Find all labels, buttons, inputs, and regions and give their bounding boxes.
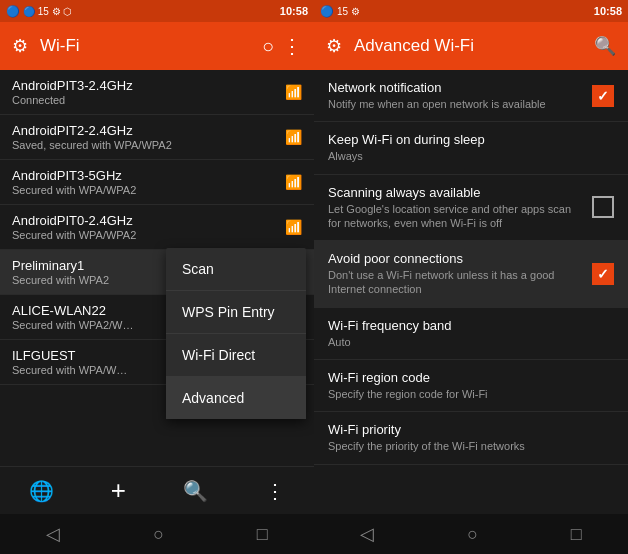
context-menu-item[interactable]: Advanced	[166, 377, 306, 419]
settings-item-title: Wi-Fi priority	[328, 422, 614, 437]
search-networks-button[interactable]: 🔍	[183, 479, 208, 503]
more-options-button[interactable]: ⋮	[265, 479, 285, 503]
settings-item-desc: Don't use a Wi-Fi network unless it has …	[328, 268, 582, 297]
settings-list: Network notification Notify me when an o…	[314, 70, 628, 514]
settings-item[interactable]: Network notification Notify me when an o…	[314, 70, 628, 122]
wifi-toggle-icon[interactable]: ○	[262, 35, 274, 58]
gear-icon: ⚙	[12, 35, 28, 57]
wifi-item-text: AndroidPIT3-5GHz Secured with WPA/WPA2	[12, 168, 277, 196]
settings-item-title: Wi-Fi region code	[328, 370, 614, 385]
home-button[interactable]: ○	[153, 524, 164, 545]
settings-item[interactable]: Wi-Fi priority Specify the priority of t…	[314, 412, 628, 464]
status-number: 🔵 15 ⚙ ⬡	[23, 6, 72, 17]
settings-item-title: Wi-Fi frequency band	[328, 318, 614, 333]
wifi-network-name: AndroidPIT3-2.4GHz	[12, 78, 277, 93]
left-nav-bar: ◁ ○ □	[0, 514, 314, 554]
settings-item-text: Wi-Fi priority Specify the priority of t…	[328, 422, 614, 453]
wifi-signal-icon: 📶	[285, 174, 302, 190]
wifi-network-name: AndroidPIT3-5GHz	[12, 168, 277, 183]
left-status-left: 🔵 🔵 15 ⚙ ⬡	[6, 5, 72, 18]
app-icon: 🔵	[6, 5, 20, 18]
left-status-bar: 🔵 🔵 15 ⚙ ⬡ 10:58	[0, 0, 314, 22]
right-status-bar: 🔵 15 ⚙ 10:58	[314, 0, 628, 22]
search-icon[interactable]: 🔍	[594, 35, 616, 57]
settings-item[interactable]: Scanning always available Let Google's l…	[314, 175, 628, 242]
settings-item-title: Keep Wi-Fi on during sleep	[328, 132, 614, 147]
wifi-network-name: AndroidPIT2-2.4GHz	[12, 123, 277, 138]
settings-item-text: Wi-Fi region code Specify the region cod…	[328, 370, 614, 401]
right-gear-icon: ⚙	[326, 35, 342, 57]
settings-item-desc: Specify the region code for Wi-Fi	[328, 387, 614, 401]
left-app-title: Wi-Fi	[40, 36, 262, 56]
wifi-network-item[interactable]: AndroidPIT3-5GHz Secured with WPA/WPA2 📶	[0, 160, 314, 205]
wifi-signal-icon: 📶	[285, 84, 302, 100]
settings-item[interactable]: Keep Wi-Fi on during sleep Always	[314, 122, 628, 174]
settings-item-desc: Auto	[328, 335, 614, 349]
right-status-icons: 15 ⚙	[337, 6, 360, 17]
settings-item[interactable]: Wi-Fi region code Specify the region cod…	[314, 360, 628, 412]
settings-checkbox[interactable]	[592, 263, 614, 285]
left-screen: 🔵 🔵 15 ⚙ ⬡ 10:58 ⚙ Wi-Fi ○ ⋮ AndroidPIT3…	[0, 0, 314, 554]
settings-item[interactable]: Avoid poor connections Don't use a Wi-Fi…	[314, 241, 628, 308]
wifi-signal-icon: 📶	[285, 129, 302, 145]
settings-item-title: Scanning always available	[328, 185, 582, 200]
left-time: 10:58	[280, 5, 308, 17]
settings-item-desc: Specify the priority of the Wi-Fi networ…	[328, 439, 614, 453]
overflow-menu-button[interactable]: ⋮	[282, 34, 302, 58]
settings-checkbox[interactable]	[592, 85, 614, 107]
wifi-network-list: AndroidPIT3-2.4GHz Connected 📶 AndroidPI…	[0, 70, 314, 466]
wifi-signal-icon: 📶	[285, 219, 302, 235]
wifi-item-text: AndroidPIT3-2.4GHz Connected	[12, 78, 277, 106]
wifi-network-status: Connected	[12, 94, 277, 106]
wifi-network-item[interactable]: AndroidPIT2-2.4GHz Saved, secured with W…	[0, 115, 314, 160]
right-status-right: 10:58	[594, 5, 622, 17]
context-menu-item[interactable]: Wi-Fi Direct	[166, 334, 306, 377]
right-status-left: 🔵 15 ⚙	[320, 5, 360, 18]
context-menu-item[interactable]: WPS Pin Entry	[166, 291, 306, 334]
recent-apps-button[interactable]: □	[257, 524, 268, 545]
settings-item-desc: Let Google's location service and other …	[328, 202, 582, 231]
right-home-button[interactable]: ○	[467, 524, 478, 545]
wifi-item-text: AndroidPIT0-2.4GHz Secured with WPA/WPA2	[12, 213, 277, 241]
right-app-title: Advanced Wi-Fi	[354, 36, 594, 56]
wifi-network-item[interactable]: AndroidPIT3-2.4GHz Connected 📶	[0, 70, 314, 115]
wifi-item-text: AndroidPIT2-2.4GHz Saved, secured with W…	[12, 123, 277, 151]
add-network-button[interactable]: +	[111, 475, 126, 506]
settings-item-title: Avoid poor connections	[328, 251, 582, 266]
right-time: 10:58	[594, 5, 622, 17]
globe-button[interactable]: 🌐	[29, 479, 54, 503]
wifi-network-status: Secured with WPA/WPA2	[12, 184, 277, 196]
settings-item-desc: Always	[328, 149, 614, 163]
settings-item[interactable]: Wi-Fi frequency band Auto	[314, 308, 628, 360]
settings-item-title: Network notification	[328, 80, 582, 95]
settings-item-text: Network notification Notify me when an o…	[328, 80, 582, 111]
settings-item-text: Wi-Fi frequency band Auto	[328, 318, 614, 349]
settings-item-text: Avoid poor connections Don't use a Wi-Fi…	[328, 251, 582, 297]
settings-checkbox[interactable]	[592, 196, 614, 218]
wifi-network-status: Secured with WPA/WPA2	[12, 229, 277, 241]
context-menu-item[interactable]: Scan	[166, 248, 306, 291]
right-recent-apps-button[interactable]: □	[571, 524, 582, 545]
right-screen: 🔵 15 ⚙ 10:58 ⚙ Advanced Wi-Fi 🔍 Network …	[314, 0, 628, 554]
right-nav-bar: ◁ ○ □	[314, 514, 628, 554]
wifi-network-name: AndroidPIT0-2.4GHz	[12, 213, 277, 228]
bottom-action-bar: 🌐 + 🔍 ⋮	[0, 466, 314, 514]
context-menu: ScanWPS Pin EntryWi-Fi DirectAdvanced	[166, 248, 306, 419]
back-button[interactable]: ◁	[46, 523, 60, 545]
settings-item-text: Keep Wi-Fi on during sleep Always	[328, 132, 614, 163]
left-app-bar: ⚙ Wi-Fi ○ ⋮	[0, 22, 314, 70]
wifi-network-status: Saved, secured with WPA/WPA2	[12, 139, 277, 151]
settings-item-desc: Notify me when an open network is availa…	[328, 97, 582, 111]
left-status-right: 10:58	[280, 5, 308, 17]
right-app-icon: 🔵	[320, 5, 334, 18]
right-app-bar: ⚙ Advanced Wi-Fi 🔍	[314, 22, 628, 70]
settings-item-text: Scanning always available Let Google's l…	[328, 185, 582, 231]
wifi-network-item[interactable]: AndroidPIT0-2.4GHz Secured with WPA/WPA2…	[0, 205, 314, 250]
right-back-button[interactable]: ◁	[360, 523, 374, 545]
